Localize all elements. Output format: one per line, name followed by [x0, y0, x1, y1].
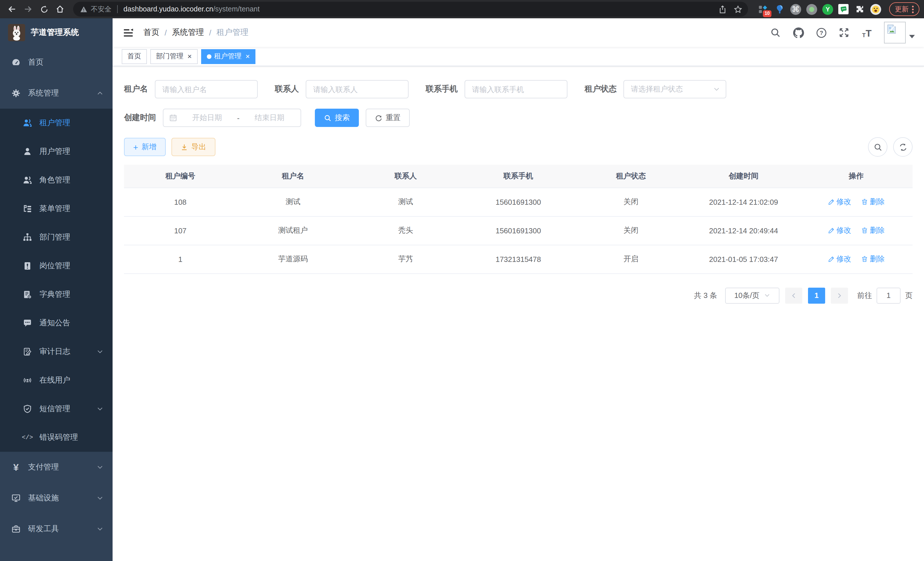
pagination: 共 3 条 10条/页 1 前往 页 — [124, 287, 913, 303]
mobile-input[interactable] — [465, 80, 567, 98]
edit-button[interactable]: 修改 — [828, 197, 851, 207]
sidebar-item-sms[interactable]: 短信管理 — [0, 395, 112, 423]
sidebar-item-dev-tools[interactable]: 研发工具 — [0, 514, 112, 544]
export-button[interactable]: 导出 — [171, 138, 215, 156]
contact-input[interactable] — [306, 80, 409, 98]
extension-badge: 10 — [763, 10, 771, 17]
audit-log-icon — [23, 347, 32, 356]
gear-icon — [11, 89, 21, 98]
chevron-down-icon — [97, 348, 104, 355]
app-logo-row[interactable]: 芋道管理系统 — [0, 18, 112, 47]
breadcrumb-current: 租户管理 — [217, 27, 249, 38]
emoji-extension-icon[interactable] — [870, 4, 881, 15]
browser-back-button[interactable] — [4, 2, 20, 17]
delete-button[interactable]: 删除 — [861, 254, 885, 264]
github-icon[interactable] — [793, 27, 804, 38]
delete-button[interactable]: 删除 — [861, 225, 885, 236]
breadcrumb: 首页 / 系统管理 / 租户管理 — [143, 27, 249, 38]
browser-reload-button[interactable] — [37, 2, 51, 17]
sidebar-item-post[interactable]: 岗位管理 — [0, 252, 112, 280]
browser-toolbar: 不安全 dashboard.yudao.iocoder.cn/system/te… — [0, 0, 924, 18]
goto-page-input[interactable] — [877, 287, 901, 303]
next-page-button[interactable] — [831, 287, 848, 303]
prev-page-button[interactable] — [785, 287, 802, 303]
share-icon[interactable] — [718, 5, 727, 14]
security-warning-label: 不安全 — [91, 4, 111, 14]
extensions-row: 10 ⌘ Y — [757, 3, 881, 15]
search-button[interactable]: 搜索 — [315, 109, 359, 127]
chat-extension-icon[interactable] — [838, 4, 849, 14]
tenant-name-input[interactable] — [155, 80, 258, 98]
breadcrumb-system[interactable]: 系统管理 — [172, 27, 204, 38]
page-size-select[interactable]: 10条/页 — [725, 287, 779, 303]
sidebar-item-user[interactable]: 用户管理 — [0, 137, 112, 166]
pagination-total: 共 3 条 — [694, 290, 717, 301]
sidebar-item-notice[interactable]: 通知公告 — [0, 309, 112, 337]
show-search-toggle-button[interactable] — [868, 137, 887, 157]
page-unit-label: 页 — [905, 290, 913, 301]
goto-label: 前往 — [857, 290, 872, 301]
sidebar-item-system[interactable]: 系统管理 — [0, 78, 112, 109]
error-code-icon: </> — [23, 433, 32, 442]
download-icon — [181, 143, 188, 151]
add-button[interactable]: + 新增 — [124, 138, 166, 156]
sidebar-item-tenant[interactable]: 租户管理 — [0, 109, 112, 137]
chevron-down-icon — [97, 464, 104, 471]
puzzle-extensions-icon[interactable] — [854, 3, 865, 15]
refresh-table-button[interactable] — [893, 137, 913, 157]
chevron-left-icon — [790, 292, 797, 299]
chevron-down-icon — [97, 405, 104, 412]
calendar-icon — [169, 114, 177, 122]
sidebar-item-menu[interactable]: 菜单管理 — [0, 194, 112, 223]
fullscreen-icon[interactable] — [838, 27, 850, 38]
reset-button[interactable]: 重置 — [366, 109, 410, 127]
search-icon[interactable] — [770, 27, 781, 38]
browser-forward-button[interactable] — [21, 2, 35, 17]
user-avatar-menu[interactable] — [884, 22, 915, 44]
sidebar-item-error-code[interactable]: </> 错误码管理 — [0, 423, 112, 452]
sidebar-item-pay[interactable]: ¥ 支付管理 — [0, 452, 112, 483]
sidebar-item-online-user[interactable]: 在线用户 — [0, 366, 112, 395]
recorder-extension-icon[interactable] — [806, 4, 817, 15]
tab-dept[interactable]: 部门管理× — [150, 49, 197, 64]
command-extension-icon[interactable]: ⌘ — [790, 4, 801, 15]
tab-home[interactable]: 首页 — [122, 49, 147, 64]
page-number-current[interactable]: 1 — [808, 287, 825, 303]
sidebar-item-home[interactable]: 首页 — [0, 47, 112, 78]
table-toolbar: + 新增 导出 — [124, 137, 913, 157]
address-bar[interactable]: 不安全 dashboard.yudao.iocoder.cn/system/te… — [73, 2, 748, 17]
delete-button[interactable]: 删除 — [861, 197, 885, 207]
sidebar-item-dict[interactable]: 字典管理 — [0, 280, 112, 309]
sidebar-item-infra[interactable]: 基础设施 — [0, 483, 112, 514]
close-icon[interactable]: × — [188, 53, 192, 60]
balloon-extension-icon[interactable] — [774, 3, 785, 15]
bookmark-star-icon[interactable] — [734, 5, 742, 14]
status-select[interactable]: 请选择租户状态 — [623, 80, 726, 98]
sidebar-fold-icon[interactable] — [122, 26, 134, 39]
edit-button[interactable]: 修改 — [828, 254, 851, 264]
edit-pencil-icon — [828, 199, 835, 205]
svg-text:?: ? — [819, 29, 823, 36]
tab-tenant[interactable]: 租户管理× — [201, 49, 255, 64]
browser-home-button[interactable] — [52, 2, 68, 17]
sidebar-item-role[interactable]: 角色管理 — [0, 166, 112, 194]
browser-menu-kebab-icon[interactable] — [912, 5, 914, 13]
table-header-row: 租户编号 租户名 联系人 联系手机 租户状态 创建时间 操作 — [124, 165, 913, 188]
roles-icon — [23, 176, 32, 185]
edit-button[interactable]: 修改 — [828, 225, 851, 236]
column-header: 租户编号 — [124, 165, 237, 188]
status-label: 租户状态 — [585, 84, 616, 94]
sidebar-item-audit-log[interactable]: 审计日志 — [0, 337, 112, 366]
extension-grid-icon[interactable]: 10 — [757, 3, 769, 15]
org-chart-icon — [23, 233, 32, 242]
infra-monitor-icon — [11, 493, 21, 503]
breadcrumb-home[interactable]: 首页 — [143, 27, 159, 38]
font-size-icon[interactable]: TT — [861, 27, 873, 38]
help-icon[interactable]: ? — [815, 27, 827, 38]
chevron-up-icon — [97, 90, 104, 97]
y-extension-icon[interactable]: Y — [822, 4, 833, 15]
sidebar-item-dept[interactable]: 部门管理 — [0, 223, 112, 252]
create-time-range-picker[interactable]: 开始日期 - 结束日期 — [163, 109, 301, 127]
close-icon[interactable]: × — [245, 53, 250, 60]
browser-update-button[interactable]: 更新 — [889, 2, 920, 16]
